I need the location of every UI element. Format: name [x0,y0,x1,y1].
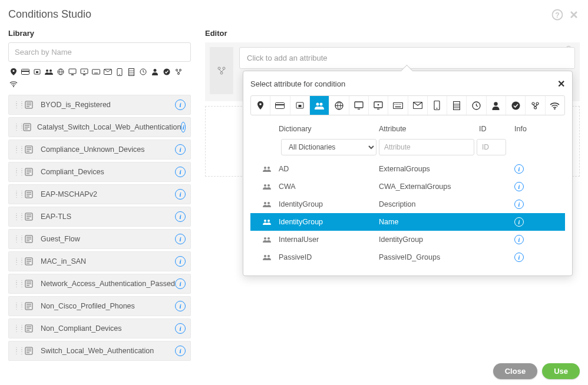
info-icon[interactable]: i [175,301,186,311]
attribute-row[interactable]: IdentityGroup Description i [250,195,565,213]
attribute-table-body: AD ExternalGroups i CWA CWA_ExternalGrou… [250,160,565,266]
library-item[interactable]: ⋮⋮⋮⋮Network_Access_Authentication_Passed… [8,274,191,294]
drag-handle-icon[interactable]: ⋮⋮⋮⋮ [14,102,19,107]
library-item[interactable]: ⋮⋮⋮⋮Catalyst_Switch_Local_Web_Authentica… [8,117,191,137]
mobile-icon[interactable] [114,67,125,77]
attribute-filter-input[interactable] [379,139,474,155]
keyboard-icon[interactable] [91,67,101,77]
globe-icon[interactable] [55,67,66,77]
library-item[interactable]: ⋮⋮⋮⋮Non_Cisco_Profiled_Phonesi [8,296,191,316]
library-item[interactable]: ⋮⋮⋮⋮EAP-TLSi [8,207,191,227]
user-icon[interactable] [487,96,506,115]
info-icon[interactable]: i [175,278,186,289]
drag-handle-icon[interactable]: ⋮⋮⋮⋮ [14,170,19,174]
card-icon[interactable] [270,96,290,115]
library-item[interactable]: ⋮⋮⋮⋮EAP-MSCHAPv2i [8,184,191,204]
wifi-icon[interactable] [8,78,19,89]
attribute-row[interactable]: IdentityGroup Name i [250,213,565,231]
envelope-icon[interactable] [408,96,428,115]
check-circle-icon[interactable] [506,96,526,115]
info-icon[interactable]: i [514,253,524,262]
info-icon[interactable]: i [175,323,186,334]
attribute-row[interactable]: InternalUser IdentityGroup i [250,231,565,248]
info-icon[interactable]: i [175,211,186,222]
attribute-cell: PassiveID_Groups [379,253,479,261]
dictionary-cell: IdentityGroup [279,200,379,208]
info-icon[interactable]: i [175,167,186,177]
monitor2-icon[interactable] [369,96,388,115]
info-icon[interactable]: i [181,122,186,132]
library-item[interactable]: ⋮⋮⋮⋮Compliance_Unknown_Devicesi [8,140,191,160]
location-icon[interactable] [251,96,270,115]
svg-rect-13 [93,69,100,74]
drag-handle-icon[interactable]: ⋮⋮⋮⋮ [14,147,19,152]
clock-icon[interactable] [138,67,148,77]
info-icon[interactable]: i [514,217,524,227]
mobile-icon[interactable] [428,96,447,115]
keyboard-icon[interactable] [388,96,408,115]
users-icon[interactable] [310,96,329,115]
library-item[interactable]: ⋮⋮⋮⋮BYOD_is_Registeredi [8,95,191,115]
drag-handle-icon[interactable]: ⋮⋮⋮⋮ [14,326,19,331]
drag-handle-icon[interactable]: ⋮⋮⋮⋮ [14,125,19,130]
monitor1-icon[interactable] [349,96,369,115]
drag-handle-icon[interactable]: ⋮⋮⋮⋮ [14,304,19,308]
svg-point-65 [267,167,270,169]
attribute-row[interactable]: CWA CWA_ExternalGroups i [250,178,565,195]
dictionary-filter-select[interactable]: All Dictionaries [281,139,376,155]
drag-handle-icon[interactable]: ⋮⋮⋮⋮ [14,349,19,353]
monitor2-icon[interactable] [79,67,90,77]
search-input[interactable] [8,42,191,62]
use-button[interactable]: Use [542,363,580,379]
close-icon[interactable] [568,9,580,21]
close-button[interactable]: Close [493,363,537,379]
port-icon[interactable] [290,96,310,115]
info-icon[interactable]: i [175,256,186,267]
library-item[interactable]: ⋮⋮⋮⋮Compliant_Devicesi [8,162,191,182]
info-icon[interactable]: i [514,235,524,244]
library-item[interactable]: ⋮⋮⋮⋮Guest_Flowi [8,229,191,249]
users-icon[interactable] [44,67,54,77]
info-icon[interactable]: i [175,234,186,244]
popup-close-icon[interactable]: ✕ [557,78,565,89]
library-item[interactable]: ⋮⋮⋮⋮MAC_in_SANi [8,251,191,271]
attribute-row[interactable]: AD ExternalGroups i [250,160,565,178]
drag-handle-icon[interactable]: ⋮⋮⋮⋮ [14,259,19,264]
info-icon[interactable]: i [175,346,186,356]
info-icon[interactable]: i [175,144,186,155]
hierarchy-icon[interactable] [526,96,545,115]
clock-icon[interactable] [467,96,486,115]
drag-handle-icon[interactable]: ⋮⋮⋮⋮ [14,192,19,197]
help-icon[interactable]: ? [551,9,563,21]
info-icon[interactable]: i [175,189,186,200]
drag-handle-icon[interactable]: ⋮⋮⋮⋮ [14,214,19,219]
id-filter-input[interactable] [477,139,506,155]
server-icon[interactable] [447,96,467,115]
hierarchy-icon[interactable] [173,67,184,77]
info-icon[interactable]: i [514,200,524,209]
drag-handle-icon[interactable]: ⋮⋮⋮⋮ [14,281,19,286]
card-icon[interactable] [20,67,31,77]
editor-side-handle[interactable] [210,47,233,94]
port-icon[interactable] [32,67,42,77]
users-icon [263,237,271,243]
location-icon[interactable] [8,67,19,77]
drag-handle-icon[interactable]: ⋮⋮⋮⋮ [14,237,19,241]
info-icon[interactable]: i [514,164,524,174]
svg-point-63 [554,108,556,109]
library-item[interactable]: ⋮⋮⋮⋮Switch_Local_Web_Authenticationi [8,341,191,361]
wifi-icon[interactable] [546,96,564,115]
user-icon[interactable] [150,67,160,77]
monitor1-icon[interactable] [67,67,78,77]
server-icon[interactable] [126,67,137,77]
check-circle-icon[interactable] [161,67,172,77]
users-icon [263,219,271,225]
library-item[interactable]: ⋮⋮⋮⋮Non_Compliant_Devicesi [8,318,191,338]
info-icon[interactable]: i [175,99,186,110]
svg-point-23 [178,73,180,75]
attribute-row[interactable]: PassiveID PassiveID_Groups i [250,248,565,266]
globe-icon[interactable] [329,96,349,115]
info-icon[interactable]: i [514,182,524,191]
condition-icon [23,235,35,243]
envelope-icon[interactable] [103,67,113,77]
